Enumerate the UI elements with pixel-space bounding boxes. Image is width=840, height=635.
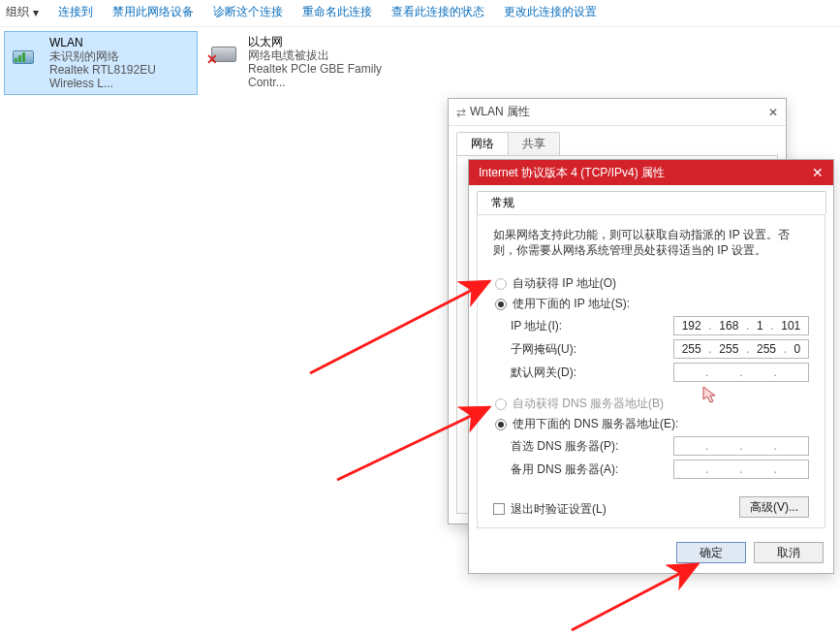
advanced-button[interactable]: 高级(V)... (739, 496, 809, 518)
radio-label: 自动获得 IP 地址(O) (513, 275, 616, 292)
radio-icon (495, 398, 507, 410)
network-icon: ⇄ (456, 106, 466, 119)
gateway-input[interactable]: . . . (673, 363, 809, 382)
radio-label: 使用下面的 DNS 服务器地址(E): (513, 416, 678, 432)
validate-on-exit-checkbox[interactable]: 退出时验证设置(L) (493, 501, 607, 518)
radio-auto-ip[interactable]: 自动获得 IP 地址(O) (495, 275, 809, 292)
preferred-dns-input[interactable]: . . . (673, 436, 809, 456)
dropdown-caret-icon[interactable]: ▾ (33, 6, 39, 19)
disconnected-icon: ✕ (205, 52, 219, 66)
alternate-dns-label: 备用 DNS 服务器(A): (511, 461, 618, 478)
toolbar-connect-to[interactable]: 连接到 (58, 4, 93, 20)
radio-auto-dns[interactable]: 自动获得 DNS 服务器地址(B) (495, 396, 809, 412)
close-icon[interactable]: ✕ (798, 165, 824, 180)
gateway-label: 默认网关(D): (511, 365, 576, 381)
toolbar: 组织 ▾ 连接到 禁用此网络设备 诊断这个连接 重命名此连接 查看此连接的状态 … (0, 0, 840, 27)
alternate-dns-input[interactable]: . . . (673, 460, 809, 479)
toolbar-change-settings[interactable]: 更改此连接的设置 (504, 4, 597, 20)
adapter-status: 未识别的网络 (49, 49, 191, 63)
toolbar-disable[interactable]: 禁用此网络设备 (112, 4, 194, 20)
adapter-device: Realtek PCIe GBE Family Contr... (248, 62, 391, 89)
adapter-name: 以太网 (248, 35, 391, 48)
ipv4-dialog-body: 如果网络支持此功能，则可以获取自动指派的 IP 设置。否则，你需要从网络系统管理… (477, 214, 825, 528)
radio-icon (495, 299, 507, 310)
radio-label: 使用下面的 IP 地址(S): (513, 296, 630, 312)
adapter-ethernet[interactable]: ✕ 以太网 网络电缆被拔出 Realtek PCIe GBE Family Co… (203, 31, 397, 95)
toolbar-organize[interactable]: 组织 (6, 4, 29, 20)
ipv4-description: 如果网络支持此功能，则可以获取自动指派的 IP 设置。否则，你需要从网络系统管理… (493, 227, 809, 258)
radio-manual-dns[interactable]: 使用下面的 DNS 服务器地址(E): (495, 416, 809, 432)
tab-sharing[interactable]: 共享 (508, 132, 560, 155)
radio-icon (495, 278, 507, 290)
wlan-dialog-titlebar[interactable]: ⇄ WLAN 属性 ✕ (449, 99, 786, 126)
adapter-wlan[interactable]: WLAN 未识别的网络 Realtek RTL8192EU Wireless L… (4, 31, 198, 95)
toolbar-diagnose[interactable]: 诊断这个连接 (213, 4, 283, 20)
ok-button[interactable]: 确定 (676, 542, 746, 563)
ipv4-properties-dialog: Internet 协议版本 4 (TCP/IPv4) 属性 ✕ 常规 如果网络支… (468, 159, 834, 574)
close-icon[interactable]: ✕ (743, 106, 778, 119)
cancel-button[interactable]: 取消 (754, 542, 824, 563)
adapter-device: Realtek RTL8192EU Wireless L... (49, 63, 191, 90)
toolbar-rename[interactable]: 重命名此连接 (302, 4, 372, 20)
ipv4-dialog-title: Internet 协议版本 4 (TCP/IPv4) 属性 (479, 165, 798, 181)
checkbox-label: 退出时验证设置(L) (511, 501, 607, 518)
wlan-dialog-title: WLAN 属性 (470, 104, 743, 120)
wifi-adapter-icon (11, 36, 44, 65)
ip-address-input[interactable]: 192. 168. 1. 101 (673, 316, 809, 335)
radio-icon (495, 419, 507, 430)
ip-address-label: IP 地址(I): (511, 318, 562, 334)
toolbar-view-status[interactable]: 查看此连接的状态 (391, 4, 484, 20)
subnet-mask-label: 子网掩码(U): (511, 341, 576, 358)
checkbox-icon (493, 503, 505, 515)
radio-label: 自动获得 DNS 服务器地址(B) (513, 396, 664, 412)
radio-manual-ip[interactable]: 使用下面的 IP 地址(S): (495, 296, 809, 312)
adapter-status: 网络电缆被拔出 (248, 48, 391, 62)
adapter-name: WLAN (49, 36, 191, 49)
ipv4-dialog-titlebar[interactable]: Internet 协议版本 4 (TCP/IPv4) 属性 ✕ (469, 160, 833, 185)
subnet-mask-input[interactable]: 255. 255. 255. 0 (673, 339, 809, 359)
tab-network[interactable]: 网络 (456, 132, 509, 155)
adapter-list: WLAN 未识别的网络 Realtek RTL8192EU Wireless L… (0, 27, 840, 99)
tab-general[interactable]: 常规 (477, 191, 826, 214)
svg-line-2 (572, 564, 698, 630)
ethernet-adapter-icon: ✕ (209, 35, 242, 64)
preferred-dns-label: 首选 DNS 服务器(P): (511, 438, 618, 455)
